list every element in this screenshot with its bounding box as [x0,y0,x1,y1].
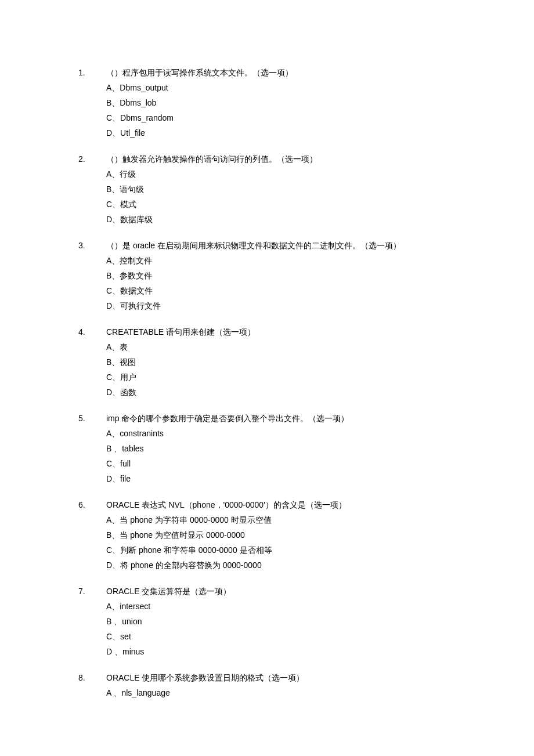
question-4: 4. CREATETABLE 语句用来创建（选一项） A、表 B、视图 C、用户… [78,326,459,399]
option-d: D、可执行文件 [78,300,459,312]
option-a: A、当 phone 为字符串 0000-0000 时显示空值 [78,514,459,526]
option-c: C、full [78,458,459,470]
option-c: C、set [78,631,459,643]
question-text: （）是 oracle 在启动期间用来标识物理文件和数据文件的二进制文件。（选一项… [106,240,459,252]
question-text: CREATETABLE 语句用来创建（选一项） [106,326,459,338]
question-line: 4. CREATETABLE 语句用来创建（选一项） [78,326,459,338]
question-line: 2. （）触发器允许触发操作的语句访问行的列值。（选一项） [78,153,459,165]
option-d: D、将 phone 的全部内容替换为 0000-0000 [78,559,459,571]
question-text: ORACLE 交集运算符是（选一项） [106,585,459,598]
question-line: 1. （）程序包用于读写操作系统文本文件。（选一项） [78,67,459,79]
question-number: 5. [78,413,106,425]
question-number: 2. [78,153,106,165]
option-a: A、Dbms_output [78,82,459,94]
question-line: 8. ORACLE 使用哪个系统参数设置日期的格式（选一项） [78,672,459,684]
option-d: D 、minus [78,646,459,658]
question-number: 8. [78,672,106,684]
option-d: D、数据库级 [78,214,459,226]
option-a: A、行级 [78,168,459,180]
question-text: （）程序包用于读写操作系统文本文件。（选一项） [106,67,459,79]
option-c: C、数据文件 [78,285,459,297]
question-number: 6. [78,499,106,511]
option-a: A、intersect [78,601,459,613]
question-number: 1. [78,67,106,79]
option-c: C、Dbms_random [78,112,459,124]
question-text: imp 命令的哪个参数用于确定是否要倒入整个导出文件。（选一项） [106,413,459,425]
question-number: 4. [78,326,106,338]
question-3: 3. （）是 oracle 在启动期间用来标识物理文件和数据文件的二进制文件。（… [78,240,459,312]
question-1: 1. （）程序包用于读写操作系统文本文件。（选一项） A、Dbms_output… [78,67,459,139]
option-d: D、Utl_file [78,127,459,139]
question-7: 7. ORACLE 交集运算符是（选一项） A、intersect B 、uni… [78,585,459,658]
option-b: B、参数文件 [78,270,459,282]
option-b: B 、union [78,616,459,628]
question-6: 6. ORACLE 表达式 NVL（phone，'0000-0000'）的含义是… [78,499,459,571]
option-c: C、用户 [78,371,459,384]
option-b: B、语句级 [78,183,459,196]
option-a: A、constranints [78,428,459,440]
question-line: 5. imp 命令的哪个参数用于确定是否要倒入整个导出文件。（选一项） [78,413,459,425]
option-b: B、视图 [78,356,459,368]
question-number: 7. [78,585,106,598]
questions-container: 1. （）程序包用于读写操作系统文本文件。（选一项） A、Dbms_output… [78,67,459,699]
option-b: B、当 phone 为空值时显示 0000-0000 [78,529,459,541]
question-line: 3. （）是 oracle 在启动期间用来标识物理文件和数据文件的二进制文件。（… [78,240,459,252]
option-c: C、模式 [78,198,459,211]
question-text: （）触发器允许触发操作的语句访问行的列值。（选一项） [106,153,459,165]
question-8: 8. ORACLE 使用哪个系统参数设置日期的格式（选一项） A 、nls_la… [78,672,459,699]
question-number: 3. [78,240,106,252]
option-d: D、file [78,473,459,485]
option-c: C、判断 phone 和字符串 0000-0000 是否相等 [78,544,459,556]
question-text: ORACLE 表达式 NVL（phone，'0000-0000'）的含义是（选一… [106,499,459,511]
question-line: 7. ORACLE 交集运算符是（选一项） [78,585,459,598]
option-d: D、函数 [78,386,459,399]
question-5: 5. imp 命令的哪个参数用于确定是否要倒入整个导出文件。（选一项） A、co… [78,413,459,485]
option-a: A、表 [78,341,459,353]
option-a: A 、nls_language [78,687,459,699]
question-text: ORACLE 使用哪个系统参数设置日期的格式（选一项） [106,672,459,684]
option-b: B 、tables [78,443,459,455]
option-b: B、Dbms_lob [78,97,459,109]
question-line: 6. ORACLE 表达式 NVL（phone，'0000-0000'）的含义是… [78,499,459,511]
question-2: 2. （）触发器允许触发操作的语句访问行的列值。（选一项） A、行级 B、语句级… [78,153,459,226]
option-a: A、控制文件 [78,255,459,267]
